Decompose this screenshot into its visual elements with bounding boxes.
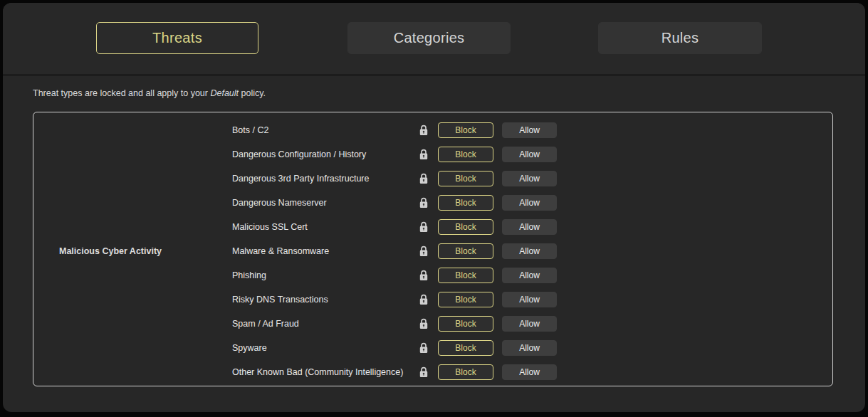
tab-categories[interactable]: Categories (347, 22, 511, 54)
allow-button[interactable]: Allow (502, 171, 557, 186)
allow-button[interactable]: Allow (502, 340, 557, 356)
block-button[interactable]: Block (438, 219, 493, 235)
threat-row: Malicious SSL Cert Block Allow (33, 215, 832, 239)
policy-settings-window: Threats Categories Rules Threat types ar… (3, 3, 865, 412)
lock-icon (419, 270, 429, 281)
threat-rows: Bots / C2 Block Allow Dangerous Configur… (33, 118, 832, 384)
block-button[interactable]: Block (438, 292, 493, 307)
lock-icon (419, 197, 429, 208)
screen: Threats Categories Rules Threat types ar… (0, 0, 868, 417)
block-button[interactable]: Block (438, 122, 493, 138)
locked-threats-notice: Threat types are locked and all apply to… (33, 88, 266, 98)
threat-label: Risky DNS Transactions (232, 287, 328, 312)
threat-row: Dangerous 3rd Party Infrastructure Block… (33, 167, 832, 191)
threat-label: Phishing (232, 263, 266, 287)
policy-name: Default (210, 88, 239, 98)
threat-label: Dangerous 3rd Party Infrastructure (232, 167, 369, 191)
allow-button[interactable]: Allow (502, 292, 557, 307)
lock-icon (419, 342, 429, 354)
threat-row: Spyware Block Allow (33, 336, 832, 360)
threat-row: Spam / Ad Fraud Block Allow (33, 312, 832, 336)
threat-label: Dangerous Nameserver (232, 191, 327, 215)
threat-row: Other Known Bad (Community Intelligence)… (33, 360, 832, 384)
threat-row: Dangerous Configuration / History Block … (33, 142, 832, 167)
allow-button[interactable]: Allow (502, 243, 557, 259)
threat-row: Dangerous Nameserver Block Allow (33, 191, 832, 215)
notice-prefix: Threat types are locked and all apply to… (33, 88, 210, 98)
allow-button[interactable]: Allow (502, 268, 557, 283)
block-button[interactable]: Block (438, 243, 493, 259)
threat-label: Other Known Bad (Community Intelligence) (232, 360, 403, 384)
allow-button[interactable]: Allow (502, 219, 557, 235)
allow-button[interactable]: Allow (502, 195, 557, 211)
lock-icon (419, 221, 429, 233)
tab-threats[interactable]: Threats (96, 22, 258, 54)
threat-label: Spam / Ad Fraud (232, 312, 299, 336)
allow-button[interactable]: Allow (502, 364, 557, 380)
lock-icon (419, 246, 429, 257)
allow-button[interactable]: Allow (502, 122, 557, 138)
notice-suffix: policy. (239, 88, 266, 98)
threat-label: Spyware (232, 336, 267, 360)
lock-icon (419, 294, 429, 305)
threats-panel: Malicious Cyber Activity Bots / C2 Block… (33, 112, 833, 386)
threat-label: Bots / C2 (232, 118, 268, 142)
block-button[interactable]: Block (438, 171, 493, 186)
allow-button[interactable]: Allow (502, 316, 557, 332)
lock-icon (419, 366, 429, 378)
threat-row: Phishing Block Allow (33, 263, 832, 287)
block-button[interactable]: Block (438, 340, 493, 356)
lock-icon (419, 318, 429, 329)
lock-icon (419, 125, 429, 136)
threat-label: Malicious SSL Cert (232, 215, 308, 239)
threat-row: Malware & Ransomware Block Allow (33, 239, 832, 263)
threat-row: Bots / C2 Block Allow (33, 118, 832, 142)
tab-bar: Threats Categories Rules (3, 3, 865, 76)
block-button[interactable]: Block (438, 147, 493, 162)
threat-label: Dangerous Configuration / History (232, 142, 366, 167)
allow-button[interactable]: Allow (502, 147, 557, 162)
block-button[interactable]: Block (438, 195, 493, 211)
lock-icon (419, 149, 429, 160)
block-button[interactable]: Block (438, 268, 493, 283)
block-button[interactable]: Block (438, 364, 493, 380)
threat-row: Risky DNS Transactions Block Allow (33, 287, 832, 312)
tab-rules[interactable]: Rules (598, 22, 762, 54)
lock-icon (419, 173, 429, 184)
threat-label: Malware & Ransomware (232, 239, 329, 263)
block-button[interactable]: Block (438, 316, 493, 332)
